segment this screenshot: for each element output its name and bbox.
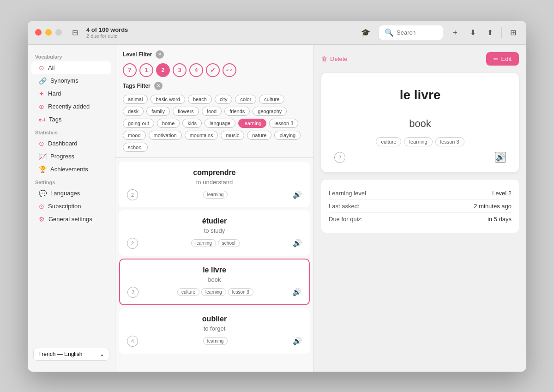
tag-going-out[interactable]: going-out xyxy=(123,119,154,128)
tag-language[interactable]: language xyxy=(205,119,235,128)
tag-lesson-3[interactable]: lesson 3 xyxy=(269,119,298,128)
close-button[interactable] xyxy=(35,29,42,36)
download-button[interactable]: ⬇ xyxy=(467,26,479,39)
quiz-icon-button[interactable]: 🎓 xyxy=(358,26,373,39)
tag-kids[interactable]: kids xyxy=(182,119,202,128)
share-button[interactable]: ⬆ xyxy=(484,26,496,39)
flashcard-front: le livre xyxy=(332,88,508,103)
tag-beach[interactable]: beach xyxy=(188,95,212,104)
level-badge-3[interactable]: 3 xyxy=(173,63,187,77)
word-count-area: 4 of 100 words 2 due for quiz xyxy=(86,26,128,39)
due-for-quiz-value: in 5 days xyxy=(488,216,512,223)
subscription-icon: ⊙ xyxy=(39,203,44,210)
level-badge-4[interactable]: 4 xyxy=(189,63,203,77)
level-badge-2[interactable]: 2 xyxy=(156,63,170,77)
word-card-le-livre[interactable]: le livrebook2culturelearninglesson 3🔊 xyxy=(119,259,310,305)
word-tag-school: school xyxy=(218,239,240,247)
sidebar-item-tags[interactable]: 🏷 Tags xyxy=(31,113,111,126)
flashcard-sound-button[interactable]: 🔊 xyxy=(495,152,506,163)
tag-friends[interactable]: friends xyxy=(224,107,250,116)
word-card-footer: 4learning🔊 xyxy=(127,336,302,347)
tag-music[interactable]: music xyxy=(221,131,244,140)
tag-school[interactable]: school xyxy=(123,143,148,152)
level-filter-row: Level Filter ✕ xyxy=(123,50,306,59)
flashcard: le livre book culturelearninglesson 3 2 … xyxy=(321,73,519,172)
sidebar-item-progress[interactable]: 📈 Progress xyxy=(31,150,111,163)
language-selector[interactable]: French — English ⌄ xyxy=(33,348,109,361)
flashcard-tag-culture: culture xyxy=(376,137,401,146)
toolbar: ⊟ 4 of 100 words 2 due for quiz 🎓 🔍 ＋ ⬇ … xyxy=(69,25,519,40)
search-box[interactable]: 🔍 xyxy=(379,25,443,40)
traffic-lights xyxy=(35,29,62,36)
tag-color[interactable]: color xyxy=(235,95,256,104)
level-badge-check2[interactable]: ✓✓ xyxy=(223,63,236,77)
tag-desk[interactable]: desk xyxy=(123,107,144,116)
tag-culture[interactable]: culture xyxy=(259,95,284,104)
tag-animal[interactable]: animal xyxy=(123,95,148,104)
word-card-sound-button[interactable]: 🔊 xyxy=(293,337,302,345)
sidebar-item-general-settings[interactable]: ⚙ General settings xyxy=(31,213,111,226)
word-card-sound-button[interactable]: 🔊 xyxy=(292,288,301,296)
tag-geography[interactable]: geography xyxy=(253,107,287,116)
word-list-panel: Level Filter ✕ ? 1 2 3 4 ✓ ✓✓ Tags Filte… xyxy=(115,45,314,372)
columns-button[interactable]: ⊞ xyxy=(507,26,519,39)
tag-nature[interactable]: nature xyxy=(247,131,271,140)
sidebar-item-dashboard[interactable]: ⊙ Dashboard xyxy=(31,137,111,150)
word-card-tags: learning xyxy=(203,337,228,345)
achievements-icon: 🏆 xyxy=(39,166,47,173)
due-for-quiz-row: Due for quiz: in 5 days xyxy=(329,213,512,225)
tag-family[interactable]: family xyxy=(146,107,170,116)
word-tag-lesson-3: lesson 3 xyxy=(228,288,253,296)
tag-flowers[interactable]: flowers xyxy=(173,107,199,116)
tag-basic-word[interactable]: basic word xyxy=(151,95,185,104)
sidebar-item-achievements-label: Achievements xyxy=(50,166,88,173)
delete-button[interactable]: 🗑 Delete xyxy=(321,55,348,62)
word-card-étudier[interactable]: étudierto study2learningschool🔊 xyxy=(119,210,310,256)
sidebar-item-subscription[interactable]: ⊙ Subscription xyxy=(31,200,111,213)
search-input[interactable] xyxy=(397,29,443,36)
flashcard-back: book xyxy=(332,118,508,130)
tag-food[interactable]: food xyxy=(202,107,222,116)
tag-home[interactable]: home xyxy=(157,119,180,128)
word-card-translation: book xyxy=(127,276,301,283)
sidebar-item-languages[interactable]: 💬 Languages xyxy=(31,187,111,200)
level-badge-check1[interactable]: ✓ xyxy=(206,63,220,77)
word-card-comprendre[interactable]: comprendreto understand2learning🔊 xyxy=(119,162,310,207)
minimize-button[interactable] xyxy=(45,29,52,36)
main-content: Vocabulary ⊙ All 🔗 Synonyms ✦ Hard ⊕ Rec… xyxy=(28,45,526,372)
tags-filter-clear[interactable]: ✕ xyxy=(154,82,163,90)
flashcard-divider xyxy=(332,110,508,110)
level-badge-unknown[interactable]: ? xyxy=(123,63,137,77)
word-card-oublier[interactable]: oublierto forget4learning🔊 xyxy=(119,308,310,354)
add-button[interactable]: ＋ xyxy=(449,26,462,39)
word-card-sound-button[interactable]: 🔊 xyxy=(293,190,302,199)
sidebar-item-achievements[interactable]: 🏆 Achievements xyxy=(31,163,111,176)
fullscreen-button[interactable] xyxy=(55,29,62,36)
level-filter-label: Level Filter xyxy=(123,51,152,58)
tag-learning[interactable]: learning xyxy=(238,119,266,128)
last-asked-label: Last asked: xyxy=(329,203,360,210)
search-icon: 🔍 xyxy=(385,28,394,37)
tag-motivation[interactable]: motivation xyxy=(149,131,182,140)
word-card-word: étudier xyxy=(127,217,302,225)
tag-mountains[interactable]: mountains xyxy=(185,131,218,140)
sidebar-item-all[interactable]: ⊙ All xyxy=(31,61,111,74)
level-filter-clear[interactable]: ✕ xyxy=(156,50,164,59)
sidebar-item-hard[interactable]: ✦ Hard xyxy=(31,87,111,100)
tag-playing[interactable]: playing xyxy=(274,131,301,140)
sidebar-item-synonyms-label: Synonyms xyxy=(50,77,78,84)
tag-city[interactable]: city xyxy=(215,95,233,104)
tag-mood[interactable]: mood xyxy=(123,131,146,140)
word-card-level-badge: 4 xyxy=(127,336,138,347)
sidebar-item-progress-label: Progress xyxy=(50,153,74,160)
flashcard-tags: culturelearninglesson 3 xyxy=(332,137,508,146)
sidebar-item-synonyms[interactable]: 🔗 Synonyms xyxy=(31,74,111,87)
level-badge-1[interactable]: 1 xyxy=(139,63,153,77)
word-card-sound-button[interactable]: 🔊 xyxy=(293,239,302,247)
detail-header: 🗑 Delete ✏ Edit xyxy=(321,52,519,66)
sidebar-toggle-button[interactable]: ⊟ xyxy=(69,26,81,39)
edit-button[interactable]: ✏ Edit xyxy=(486,52,519,66)
sidebar-item-tags-label: Tags xyxy=(49,116,61,123)
sidebar-item-recently-added[interactable]: ⊕ Recently added xyxy=(31,100,111,113)
flashcard-level-badge: 2 xyxy=(334,152,345,163)
